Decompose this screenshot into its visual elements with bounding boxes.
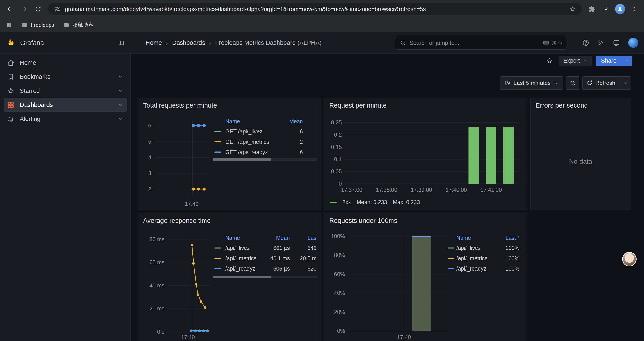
series-stat: Mean: 0.233 [357, 199, 387, 205]
refresh-button[interactable]: Refresh [582, 77, 619, 89]
time-controls: Last 5 minutes Refresh [500, 76, 631, 90]
legend-row[interactable]: GET /api/_metrics2 [212, 137, 318, 147]
breadcrumb-home[interactable]: Home [146, 39, 162, 46]
export-button[interactable]: Export [559, 56, 592, 66]
bookmark-icon [7, 73, 14, 81]
bookmark-star-icon[interactable] [570, 6, 576, 12]
legend-scrollbar[interactable] [212, 276, 318, 278]
series-name[interactable]: 2xx [342, 199, 351, 205]
chevron-down-icon[interactable] [118, 74, 124, 80]
panel-title[interactable]: Request per minute [329, 102, 387, 109]
forward-button[interactable] [18, 3, 30, 15]
header-icons [582, 32, 638, 54]
legend-column-header[interactable]: Last * [446, 235, 520, 241]
sidebar-item-home[interactable]: Home [4, 56, 127, 70]
legend-row[interactable]: /api/_livez100% [446, 243, 520, 253]
x-axis-label: 17:40:00 [446, 187, 467, 193]
legend-row[interactable]: /api/_readyz605 µs620 [212, 263, 318, 274]
y-axis-label: 6 [131, 122, 151, 129]
chevron-down-icon[interactable] [118, 102, 124, 108]
share-split-button: Share [596, 56, 632, 66]
news-rss-icon[interactable] [598, 39, 604, 46]
sidebar-item-bookmarks[interactable]: Bookmarks [4, 70, 127, 84]
y-axis-label: 0.1 [318, 156, 342, 162]
chart-plot[interactable] [345, 120, 520, 184]
breadcrumb-dashboards[interactable]: Dashboards [172, 39, 205, 46]
chart-plot[interactable] [168, 237, 211, 332]
site-settings-icon[interactable] [54, 6, 60, 12]
bookmark-folder-freeleaps[interactable]: Freeleaps [21, 22, 54, 28]
search-bar[interactable]: ⌘+k [395, 36, 567, 50]
series-stat: Max: 0.233 [393, 199, 420, 205]
back-button[interactable] [4, 3, 16, 15]
favorite-star-icon[interactable] [544, 56, 555, 66]
url-bar[interactable]: grafana.mathmast.com/d/deytv4rwavabkb/fr… [48, 3, 582, 15]
legend-column-header[interactable]: Mean [212, 118, 303, 125]
sidebar-header: Grafana [0, 38, 131, 48]
x-axis-label: 17:37:00 [341, 187, 362, 193]
bookmark-folder-blogs[interactable]: 收藏博客 [63, 22, 94, 29]
legend-row[interactable]: GET /api/_readyz6 [212, 147, 318, 157]
y-axis-label: 20% [321, 309, 345, 315]
series-value: 620 [212, 265, 316, 272]
search-input[interactable] [410, 40, 540, 46]
sidebar-collapse-icon[interactable] [118, 40, 124, 46]
chevron-down-icon[interactable] [118, 116, 124, 122]
grafana-logo-icon[interactable] [6, 38, 15, 48]
chevron-down-icon [623, 81, 628, 85]
url-text[interactable]: grafana.mathmast.com/d/deytv4rwavabkb/fr… [65, 6, 565, 13]
series-value: 20.5 m [212, 255, 316, 261]
panel-title[interactable]: Requests under 100ms [329, 217, 397, 224]
legend-row[interactable]: GET /api/_livez6 [212, 126, 318, 137]
help-icon[interactable] [582, 39, 589, 46]
scrollbar-thumb[interactable] [212, 276, 271, 278]
share-button[interactable]: Share [596, 56, 622, 66]
reload-button[interactable] [32, 3, 44, 15]
search-icon [400, 40, 406, 46]
legend-row[interactable]: /api/_metrics100% [446, 253, 520, 263]
panel-title[interactable]: Total requests per minute [143, 102, 217, 109]
panel-title[interactable]: Average response time [143, 217, 211, 224]
panel-average-response-time: Average response time80 ms60 ms40 ms20 m… [138, 213, 321, 341]
apps-grid-icon[interactable] [6, 22, 12, 28]
legend[interactable]: 2xxMean: 0.233Max: 0.233 [330, 199, 420, 205]
y-axis-label: 4 [131, 154, 151, 161]
extensions-icon[interactable] [586, 3, 598, 15]
time-range-picker[interactable]: Last 5 minutes [500, 76, 563, 90]
scrollbar-thumb[interactable] [212, 158, 271, 161]
legend-column-header[interactable]: Mean [212, 235, 290, 241]
zoom-out-icon [570, 80, 576, 86]
kiosk-monitor-icon[interactable] [613, 39, 620, 46]
series-color-swatch [330, 202, 337, 203]
assistant-avatar-bubble[interactable] [622, 252, 636, 266]
y-axis-label: 0 s [141, 329, 164, 335]
clock-icon [504, 80, 510, 86]
dashboard-actions-bar: Export Share [131, 54, 644, 68]
series-value: 6 [212, 149, 303, 155]
refresh-split-button: Refresh [582, 76, 631, 90]
sidebar-item-alerting[interactable]: Alerting [4, 112, 127, 126]
legend-column-header[interactable]: Las [308, 235, 316, 241]
x-axis-label: 17:39:00 [411, 187, 432, 193]
legend-row[interactable]: /api/_metrics40.1 ms20.5 m [212, 253, 318, 263]
legend-scrollbar[interactable] [212, 158, 318, 161]
folder-icon [63, 22, 70, 28]
browser-menu-kebab-icon[interactable] [628, 3, 640, 15]
panel-title[interactable]: Errors per second [536, 102, 588, 109]
downloads-icon[interactable] [600, 3, 612, 15]
series-value: 2 [212, 138, 303, 145]
user-avatar[interactable] [628, 38, 638, 48]
zoom-out-button[interactable] [566, 76, 579, 90]
legend-row[interactable]: /api/_readyz100% [446, 263, 520, 274]
refresh-interval-caret[interactable] [619, 77, 631, 89]
sidebar-item-starred[interactable]: Starred [4, 84, 127, 98]
legend-row[interactable]: /api/_livez661 µs646 [212, 243, 318, 253]
chart-plot[interactable] [155, 120, 211, 195]
browser-profile-avatar[interactable] [614, 3, 626, 15]
browser-toolbar: grafana.mathmast.com/d/deytv4rwavabkb/fr… [0, 0, 644, 18]
sidebar-item-dashboards[interactable]: Dashboards [4, 98, 127, 112]
share-caret-button[interactable] [622, 56, 632, 66]
chevron-down-icon[interactable] [118, 88, 124, 94]
legend-table: NameLast */api/_livez100%/api/_metrics10… [446, 233, 520, 274]
chart-plot[interactable] [348, 234, 449, 331]
